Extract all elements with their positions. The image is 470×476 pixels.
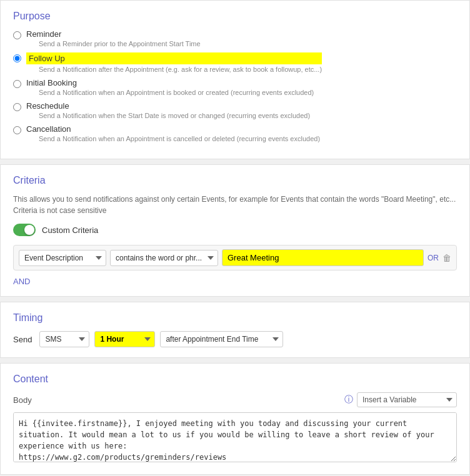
- criteria-condition-select[interactable]: contains the word or phr... does not con…: [110, 250, 218, 266]
- radio-desc-initialbooking: Send a Notification when an Appointment …: [39, 89, 314, 96]
- timing-amount-select[interactable]: 15 Minutes 30 Minutes 1 Hour 2 Hours 1 D…: [94, 331, 155, 347]
- radio-cancellation[interactable]: [13, 126, 21, 134]
- radio-label-reschedule: Reschedule: [26, 101, 310, 111]
- criteria-value-input[interactable]: [222, 249, 424, 266]
- purpose-section: Purpose Reminder Send a Reminder prior t…: [0, 0, 470, 159]
- timing-send-label: Send: [13, 335, 32, 344]
- radio-label-reminder: Reminder: [26, 29, 201, 39]
- content-section: Content Body ⓘ Insert a Variable {{invit…: [0, 363, 470, 475]
- content-body-row: Body ⓘ Insert a Variable {{invitee.first…: [13, 392, 457, 407]
- radio-label-cancellation: Cancellation: [26, 124, 320, 134]
- criteria-title: Criteria: [13, 175, 457, 186]
- timing-section: Timing Send SMS Email Both 15 Minutes 30…: [0, 302, 470, 358]
- purpose-title: Purpose: [13, 11, 457, 22]
- content-title: Content: [13, 374, 457, 385]
- radio-desc-reschedule: Send a Notification when the Start Date …: [39, 112, 310, 119]
- timing-channel-select[interactable]: SMS Email Both: [39, 331, 89, 347]
- criteria-delete-icon[interactable]: 🗑: [442, 253, 451, 263]
- criteria-section: Criteria This allows you to send notific…: [0, 164, 470, 297]
- purpose-radio-group: Reminder Send a Reminder prior to the Ap…: [13, 29, 457, 142]
- radio-item-initialbooking: Initial Booking Send a Notification when…: [13, 78, 457, 96]
- body-textarea[interactable]: Hi {{invitee.firstname}}, I enjoyed meet…: [13, 412, 457, 462]
- insert-variable-container: ⓘ Insert a Variable {{invitee.firstname}…: [344, 392, 457, 407]
- timing-after-select[interactable]: after Appointment Start Time after Appoi…: [160, 331, 283, 347]
- radio-desc-followup: Send a Notification after the Appointmen…: [39, 66, 322, 73]
- radio-item-followup: Follow Up Send a Notification after the …: [13, 52, 457, 73]
- criteria-description: This allows you to send notifications ag…: [13, 194, 457, 216]
- radio-desc-reminder: Send a Reminder prior to the Appointment…: [39, 40, 201, 47]
- body-label: Body: [13, 395, 32, 405]
- radio-reminder[interactable]: [13, 31, 21, 39]
- radio-item-reminder: Reminder Send a Reminder prior to the Ap…: [13, 29, 457, 47]
- radio-followup[interactable]: [13, 54, 21, 62]
- insert-var-help-icon[interactable]: ⓘ: [344, 394, 353, 405]
- timing-title: Timing: [13, 312, 457, 324]
- radio-initialbooking[interactable]: [13, 80, 21, 88]
- radio-desc-cancellation: Send a Notification when an Appointment …: [39, 135, 320, 142]
- custom-criteria-toggle[interactable]: [13, 224, 36, 236]
- criteria-or-button[interactable]: OR: [428, 254, 439, 262]
- criteria-and-button[interactable]: AND: [13, 277, 457, 286]
- criteria-filter-row: Event Description Event Title Event Loca…: [13, 245, 457, 270]
- radio-item-reschedule: Reschedule Send a Notification when the …: [13, 101, 457, 119]
- radio-label-followup: Follow Up: [26, 52, 322, 64]
- timing-row: Send SMS Email Both 15 Minutes 30 Minute…: [13, 331, 457, 347]
- custom-criteria-label: Custom Criteria: [42, 226, 98, 235]
- insert-variable-select[interactable]: Insert a Variable {{invitee.firstname}} …: [357, 392, 457, 407]
- radio-item-cancellation: Cancellation Send a Notification when an…: [13, 124, 457, 142]
- custom-criteria-toggle-row: Custom Criteria: [13, 224, 457, 236]
- radio-reschedule[interactable]: [13, 103, 21, 111]
- radio-label-initialbooking: Initial Booking: [26, 78, 314, 87]
- criteria-field-select[interactable]: Event Description Event Title Event Loca…: [19, 250, 106, 266]
